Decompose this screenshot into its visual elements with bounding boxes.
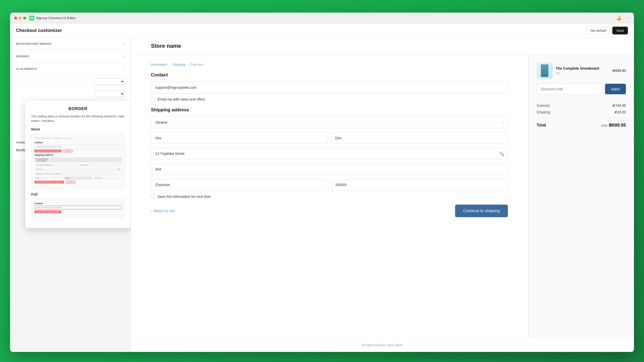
save-button[interactable]: Save	[612, 27, 628, 34]
footer-text: All rights reserved 'store name'	[362, 343, 403, 347]
city-input[interactable]	[151, 179, 328, 191]
none-option-label: None	[31, 127, 125, 131]
minimize-button[interactable]	[19, 17, 22, 20]
apt-input[interactable]	[151, 163, 508, 175]
sidebar-background-header[interactable]: BACKGROUND IMAGES ‹	[10, 38, 131, 50]
return-to-cart-label: Return to cart	[154, 209, 175, 213]
address-input[interactable]	[151, 148, 508, 159]
breadcrumb-shipping[interactable]: Shipping	[172, 63, 185, 66]
save-info-label: Save this information for next time	[157, 195, 211, 199]
total-value: ₴699.95	[609, 123, 626, 128]
newsletter-checkbox[interactable]	[151, 97, 155, 101]
address-search-icon: 🔍	[499, 151, 504, 156]
preview-save-row: Save this information for next time chec…	[34, 181, 122, 184]
product-item: The Complete Snowboard Ice ₴699.95	[537, 63, 626, 79]
app-icon: M	[29, 16, 34, 21]
country-group: Ukraine ⌄	[151, 117, 508, 128]
checkout-content: Information › Shipping › Payment Contact	[131, 55, 634, 338]
contact-title: Contact	[151, 72, 508, 78]
full-option-label: Full	[31, 192, 125, 196]
sidebar-section-ui-elements: UI ELEMENTS ⌄	[10, 63, 131, 75]
newsletter-row: Email me with news and offers	[151, 97, 508, 101]
store-name: Store name	[151, 43, 181, 49]
sidebar-header-toggle[interactable]: HEADER ‹	[10, 50, 131, 63]
save-info-row: Save this information for next time	[151, 195, 508, 199]
return-to-cart-link[interactable]: ‹ Return to cart	[151, 209, 175, 213]
name-row	[151, 132, 508, 148]
app-window: M Mgroup Checkout UI Editor 🔔 ··· Checko…	[10, 13, 634, 352]
header-actions: Set default Save	[587, 27, 628, 34]
background-images-label: BACKGROUND IMAGES	[16, 42, 52, 45]
store-header: Store name	[131, 38, 634, 55]
full-preview-contact: Contact	[34, 202, 122, 205]
contact-email-input[interactable]	[151, 82, 508, 93]
preview-checkbox-word: checkbox	[63, 150, 73, 152]
apt-group	[151, 163, 508, 175]
address-group: 🔍	[151, 148, 508, 159]
shipping-row: Shipping ₴10.00	[537, 110, 626, 114]
country-select[interactable]: Ukraine	[151, 117, 508, 128]
more-button[interactable]: ···	[625, 15, 630, 21]
checkout-form: Information › Shipping › Payment Contact	[131, 55, 528, 338]
newsletter-label: Email me with news and offers	[157, 97, 205, 101]
return-arrow-icon: ‹	[151, 209, 152, 213]
discount-row: Apply	[537, 84, 626, 94]
sidebar-section-header: HEADER ‹	[10, 50, 131, 63]
header-chevron-icon: ‹	[123, 54, 125, 58]
total-row: Total UAH ₴699.95	[537, 122, 626, 128]
preview-save-info: Save this information for next time	[34, 181, 64, 184]
preview-email-input: Enter an email or phone number	[34, 145, 122, 149]
product-image-placeholder	[541, 64, 548, 77]
subtotal-label: Subtotal	[537, 104, 549, 108]
popup-title: BORDER	[31, 107, 125, 111]
discount-input[interactable]	[537, 84, 602, 94]
border-full-preview[interactable]: Contact Enter an email or phone number E…	[31, 199, 125, 218]
preview-address: Address 🔍	[34, 168, 122, 171]
sidebar-row-2	[10, 88, 131, 100]
maximize-button[interactable]	[23, 17, 26, 20]
last-name-input[interactable]	[331, 132, 508, 144]
sidebar-ui-elements-toggle[interactable]: UI ELEMENTS ⌄	[10, 63, 131, 75]
header-label: HEADER	[16, 55, 29, 58]
total-currency: UAH	[601, 124, 607, 127]
set-default-button[interactable]: Set default	[587, 27, 610, 34]
preview-checkbox-row: Email me with news and offers checkbox	[34, 150, 122, 152]
shipping-address-title: Shipping address	[151, 107, 508, 113]
breadcrumb-payment: Payment	[190, 63, 203, 66]
apply-button[interactable]: Apply	[605, 84, 626, 94]
postal-input[interactable]	[331, 179, 508, 191]
ui-elements-label: UI ELEMENTS	[16, 67, 37, 70]
product-info: The Complete Snowboard Ice	[556, 66, 609, 75]
border-popup: BORDER This setting adds or removes bord…	[25, 101, 131, 228]
address-input-wrapper: 🔍	[151, 148, 508, 159]
close-button[interactable]	[14, 17, 17, 20]
preview-shipping-title: Shipping address	[34, 154, 122, 156]
sidebar-section-background: BACKGROUND IMAGES ‹	[10, 38, 131, 50]
breadcrumb-information[interactable]: Information	[151, 63, 167, 66]
last-name-group	[331, 132, 508, 144]
continue-to-shipping-button[interactable]: Continue to shipping	[455, 205, 508, 217]
save-info-checkbox[interactable]	[151, 195, 155, 199]
border-none-preview[interactable]: Cart > Information > Shipping > Payment …	[31, 134, 125, 188]
sidebar-row-1	[10, 75, 131, 88]
page-title: Checkout customizer	[16, 28, 62, 33]
sidebar-select-1[interactable]	[94, 78, 125, 85]
background-chevron-icon: ‹	[123, 42, 125, 46]
total-value-group: UAH ₴699.95	[601, 122, 626, 128]
breadcrumb: Information › Shipping › Payment	[151, 63, 508, 66]
country-select-wrapper: Ukraine ⌄	[151, 117, 508, 128]
subtotal-value: ₴749.95	[612, 104, 626, 108]
checkout-footer: All rights reserved 'store name'	[131, 338, 634, 352]
preview-zip: ZIP code	[93, 176, 122, 180]
breadcrumb-sep-2: ›	[187, 63, 188, 66]
preview-lastname: Last name	[78, 163, 122, 167]
city-postal-row	[151, 179, 508, 195]
product-name: The Complete Snowboard	[556, 66, 609, 70]
summary-divider-2	[537, 118, 626, 118]
main-layout: BACKGROUND IMAGES ‹ HEADER ‹ UI ELEMENTS…	[10, 38, 634, 352]
total-label: Total	[537, 123, 546, 127]
preview-checkbox-red: Email me with news and offers	[34, 150, 61, 152]
first-name-input[interactable]	[151, 132, 328, 144]
sidebar-select-2[interactable]	[94, 90, 125, 97]
notification-button[interactable]: 🔔	[616, 15, 623, 21]
